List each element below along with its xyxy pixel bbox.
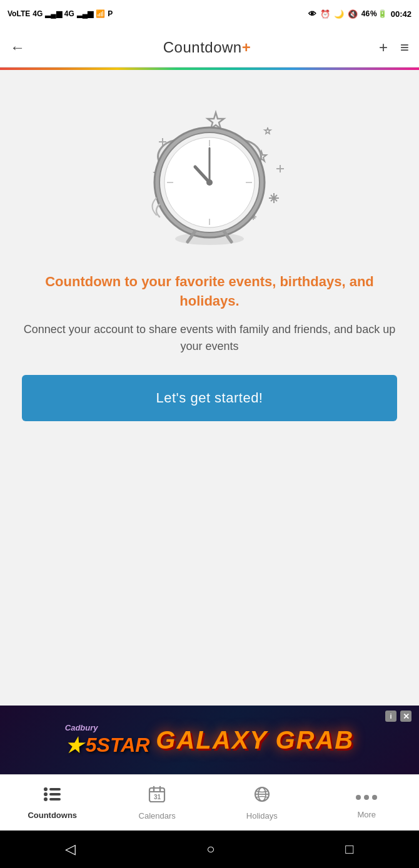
svg-point-46	[364, 795, 369, 800]
hero-subtitle: Connect your account to share events wit…	[19, 321, 400, 355]
ad-close-button[interactable]: ✕	[400, 711, 411, 722]
svg-point-28	[206, 179, 213, 186]
countdowns-label: Countdowns	[28, 811, 77, 820]
nav-item-calendars[interactable]: 31 Calendars	[105, 775, 210, 831]
back-button[interactable]: ←	[10, 39, 25, 56]
svg-rect-34	[49, 793, 61, 796]
clock-illustration	[125, 101, 294, 254]
bottom-nav: Countdowns 31 Calendars Holidays	[0, 774, 419, 831]
ad-brand: Cadbury ★5STAR	[65, 723, 150, 757]
svg-point-31	[44, 787, 48, 791]
ad-content: Cadbury ★5STAR GALAXY GRAB	[55, 723, 364, 757]
mute-icon: 🔇	[348, 9, 358, 19]
status-right: 👁 ⏰ 🌙 🔇 46% 🔋 00:42	[308, 9, 411, 19]
svg-text:31: 31	[154, 794, 161, 801]
app-title: Countdown+	[35, 39, 379, 56]
svg-point-35	[44, 797, 48, 801]
holidays-icon	[253, 786, 271, 807]
ad-info-button[interactable]: i	[385, 711, 396, 722]
system-back-button[interactable]: ◁	[65, 841, 76, 857]
battery-indicator: 46% 🔋	[361, 9, 387, 18]
system-home-button[interactable]: ○	[206, 841, 215, 857]
eye-icon: 👁	[308, 9, 316, 19]
nav-item-more[interactable]: More	[315, 775, 420, 831]
status-bar: VoLTE 4G ▂▄▆ 4G ▂▄▆ 📶 P 👁 ⏰ 🌙 🔇 46% 🔋 00…	[0, 0, 419, 27]
signal-bars-1: ▂▄▆	[45, 9, 62, 18]
system-nav: ◁ ○ □	[0, 831, 419, 868]
ad-campaign-text: GALAXY GRAB	[156, 726, 354, 754]
nfc-icon: P	[108, 9, 113, 18]
nav-item-holidays[interactable]: Holidays	[210, 775, 315, 831]
calendars-icon: 31	[148, 786, 166, 807]
svg-point-47	[372, 795, 377, 800]
svg-marker-1	[208, 112, 224, 129]
countdowns-icon	[43, 786, 62, 807]
ad-product-name: ★5STAR	[65, 734, 150, 757]
hero-headline: Countdown to your favorite events, birth…	[19, 272, 400, 311]
wifi-icon: 📶	[96, 9, 105, 18]
signal-4g-2: 4G	[64, 9, 74, 18]
app-bar-actions: + ≡	[379, 39, 409, 56]
more-label: More	[357, 810, 376, 819]
holidays-label: Holidays	[246, 811, 278, 821]
ad-brand-name: Cadbury	[65, 723, 98, 732]
battery-icon-symbol: 🔋	[378, 9, 387, 18]
svg-rect-36	[49, 798, 61, 801]
menu-button[interactable]: ≡	[400, 39, 409, 56]
star-icon: ★	[65, 734, 83, 757]
app-bar: ← Countdown+ + ≡	[0, 27, 419, 67]
add-button[interactable]: +	[379, 39, 388, 56]
nav-item-countdowns[interactable]: Countdowns	[0, 775, 105, 831]
svg-point-33	[44, 792, 48, 796]
svg-rect-32	[49, 788, 61, 791]
alarm-icon: ⏰	[320, 9, 330, 19]
svg-point-45	[356, 795, 361, 800]
signal-4g-1: 4G	[33, 9, 43, 18]
status-left: VoLTE 4G ▂▄▆ 4G ▂▄▆ 📶 P	[8, 9, 113, 18]
system-recent-button[interactable]: □	[345, 841, 353, 857]
calendars-label: Calendars	[139, 811, 176, 821]
more-icon	[355, 787, 378, 806]
cta-button[interactable]: Let's get started!	[22, 375, 397, 421]
svg-marker-4	[265, 127, 271, 134]
volte-indicator: VoLTE	[8, 9, 30, 18]
battery-level: 46	[361, 9, 370, 18]
moon-icon: 🌙	[334, 9, 344, 19]
app-title-text: Countdown	[163, 39, 242, 56]
signal-bars-2: ▂▄▆	[77, 9, 94, 18]
main-content: Countdown to your favorite events, birth…	[0, 70, 419, 706]
clock-time: 00:42	[391, 9, 411, 19]
app-title-plus: +	[242, 39, 251, 56]
ad-banner: Cadbury ★5STAR GALAXY GRAB i ✕	[0, 706, 419, 774]
